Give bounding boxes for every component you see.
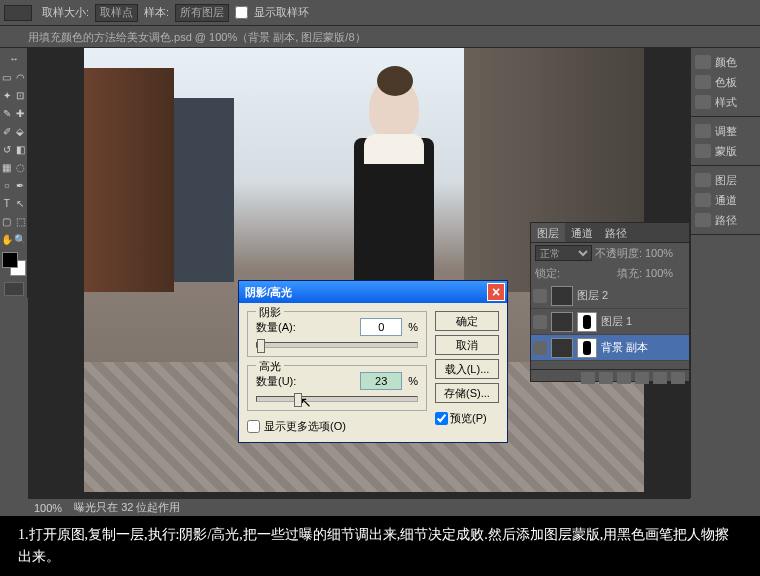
adjustments-icon <box>695 124 711 138</box>
status-message: 曝光只在 32 位起作用 <box>74 500 180 515</box>
lasso-tool-icon[interactable]: ◠ <box>14 68 28 86</box>
hand-tool-icon[interactable]: ✋ <box>0 230 14 248</box>
layers-panel: 图层 通道 路径 正常 不透明度: 100% 锁定: 填充: 100% 图层 2 <box>530 222 690 382</box>
dialog-titlebar[interactable]: 阴影/高光 × <box>239 281 507 303</box>
zoom-tool-icon[interactable]: 🔍 <box>14 230 28 248</box>
fill-label: 填充: <box>617 266 642 281</box>
shadows-amount-input[interactable] <box>360 318 402 336</box>
stamp-tool-icon[interactable]: ⬙ <box>14 122 28 140</box>
zoom-level[interactable]: 100% <box>34 502 62 514</box>
cursor-arrow-icon: ↖ <box>300 394 312 410</box>
sample-size-label: 取样大小: <box>42 5 89 20</box>
blend-mode-select[interactable]: 正常 <box>535 245 592 261</box>
masks-icon <box>695 144 711 158</box>
color-icon <box>695 55 711 69</box>
swatches-icon <box>695 75 711 89</box>
shadows-highlights-dialog: 阴影/高光 × 阴影 数量(A): % 高光 数 <box>238 280 508 443</box>
crop-tool-icon[interactable]: ⊡ <box>14 86 28 104</box>
masks-panel-tab[interactable]: 蒙版 <box>695 141 756 161</box>
fill-value[interactable]: 100% <box>645 267 685 279</box>
sample-dropdown[interactable]: 所有图层 <box>175 4 229 22</box>
highlights-amount-input[interactable] <box>360 372 402 390</box>
opacity-value[interactable]: 100% <box>645 247 685 259</box>
mask-thumb <box>577 338 597 358</box>
layers-panel-tab[interactable]: 图层 <box>695 170 756 190</box>
channels-panel-tab[interactable]: 通道 <box>695 190 756 210</box>
shadows-pct: % <box>408 321 418 333</box>
visibility-icon[interactable] <box>533 289 547 303</box>
cancel-button[interactable]: 取消 <box>435 335 499 355</box>
layer-name: 背景 副本 <box>601 340 648 355</box>
layer-row[interactable]: 背景 副本 <box>531 335 689 361</box>
dialog-title: 阴影/高光 <box>245 285 292 300</box>
blur-tool-icon[interactable]: ◌ <box>14 158 28 176</box>
adjustments-panel-tab[interactable]: 调整 <box>695 121 756 141</box>
highlights-slider[interactable] <box>256 396 418 402</box>
show-sample-ring-checkbox[interactable] <box>235 6 248 19</box>
save-button[interactable]: 存储(S)... <box>435 383 499 403</box>
document-tab[interactable]: 用填充颜色的方法给美女调色.psd @ 100%（背景 副本, 图层蒙版/8） <box>0 26 760 48</box>
tutorial-caption: 1.打开原图,复制一层,执行:阴影/高光,把一些过曝的细节调出来,细节决定成败.… <box>0 516 760 576</box>
gradient-tool-icon[interactable]: ▦ <box>0 158 14 176</box>
new-icon[interactable] <box>653 372 667 384</box>
shadows-legend: 阴影 <box>256 305 284 320</box>
3d-tool-icon[interactable]: ⬚ <box>14 212 28 230</box>
layer-row[interactable]: 图层 1 <box>531 309 689 335</box>
dodge-tool-icon[interactable]: ○ <box>0 176 14 194</box>
marquee-tool-icon[interactable]: ▭ <box>0 68 14 86</box>
tab-channels[interactable]: 通道 <box>565 223 599 242</box>
layers-footer <box>531 369 689 385</box>
sample-size-dropdown[interactable]: 取样点 <box>95 4 138 22</box>
brush-tool-icon[interactable]: ✐ <box>0 122 14 140</box>
highlights-fieldset: 高光 数量(U): % <box>247 365 427 411</box>
foreground-background-colors[interactable] <box>2 252 26 276</box>
options-bar: 取样大小: 取样点 样本: 所有图层 显示取样环 <box>0 0 760 26</box>
shadows-fieldset: 阴影 数量(A): % <box>247 311 427 357</box>
eyedropper-tool-icon[interactable]: ✎ <box>0 104 14 122</box>
styles-icon <box>695 95 711 109</box>
tool-preset-picker[interactable] <box>4 5 32 21</box>
fx-icon[interactable] <box>581 372 595 384</box>
color-panel-tab[interactable]: 颜色 <box>695 52 756 72</box>
layer-thumb <box>551 312 573 332</box>
move-tool-icon[interactable]: ↔ <box>0 48 28 68</box>
right-panel-dock: 颜色 色板 样式 调整 蒙版 图层 通道 路径 <box>690 48 760 498</box>
pen-tool-icon[interactable]: ✒ <box>14 176 28 194</box>
tab-paths[interactable]: 路径 <box>599 223 633 242</box>
history-brush-icon[interactable]: ↺ <box>0 140 14 158</box>
type-tool-icon[interactable]: T <box>0 194 14 212</box>
ok-button[interactable]: 确定 <box>435 311 499 331</box>
shape-tool-icon[interactable]: ▢ <box>0 212 14 230</box>
layer-row[interactable]: 图层 2 <box>531 283 689 309</box>
heal-tool-icon[interactable]: ✚ <box>14 104 28 122</box>
visibility-icon[interactable] <box>533 315 547 329</box>
shadows-slider[interactable] <box>256 342 418 348</box>
opacity-label: 不透明度: <box>595 246 642 261</box>
eraser-tool-icon[interactable]: ◧ <box>14 140 28 158</box>
layer-thumb <box>551 286 573 306</box>
paths-panel-tab[interactable]: 路径 <box>695 210 756 230</box>
show-sample-ring-label: 显示取样环 <box>254 5 309 20</box>
preview-option[interactable]: 预览(P) <box>435 411 499 426</box>
group-icon[interactable] <box>635 372 649 384</box>
show-more-checkbox[interactable] <box>247 420 260 433</box>
wand-tool-icon[interactable]: ✦ <box>0 86 14 104</box>
channels-icon <box>695 193 711 207</box>
load-button[interactable]: 载入(L)... <box>435 359 499 379</box>
quick-mask-toggle[interactable] <box>4 282 24 296</box>
toolbox: ↔ ▭◠ ✦⊡ ✎✚ ✐⬙ ↺◧ ▦◌ ○✒ T↖ ▢⬚ ✋🔍 <box>0 48 28 298</box>
path-select-icon[interactable]: ↖ <box>14 194 28 212</box>
trash-icon[interactable] <box>671 372 685 384</box>
mask-thumb <box>577 312 597 332</box>
preview-checkbox[interactable] <box>435 412 448 425</box>
swatches-panel-tab[interactable]: 色板 <box>695 72 756 92</box>
tab-layers[interactable]: 图层 <box>531 223 565 242</box>
visibility-icon[interactable] <box>533 341 547 355</box>
mask-icon[interactable] <box>599 372 613 384</box>
paths-icon <box>695 213 711 227</box>
shadows-amount-label: 数量(A): <box>256 320 296 335</box>
close-icon[interactable]: × <box>487 283 505 301</box>
styles-panel-tab[interactable]: 样式 <box>695 92 756 112</box>
adj-icon[interactable] <box>617 372 631 384</box>
show-more-options[interactable]: 显示更多选项(O) <box>247 419 427 434</box>
